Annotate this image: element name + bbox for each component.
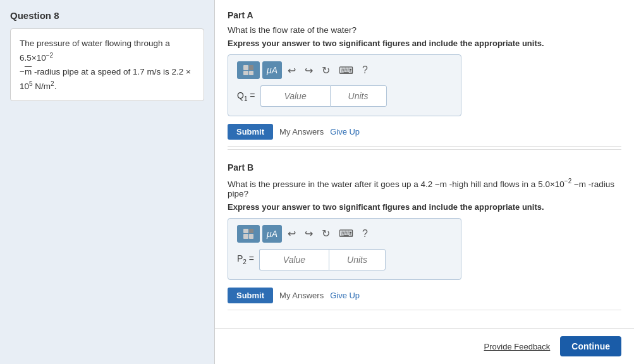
part-a-instruction: Express your answer to two significant f…: [228, 39, 621, 48]
provide-feedback-link[interactable]: Provide Feedback: [484, 342, 551, 351]
part-a-give-up-link[interactable]: Give Up: [330, 127, 360, 136]
part-b-give-up-link[interactable]: Give Up: [330, 291, 360, 300]
main-content: Part A What is the flow rate of the wate…: [215, 0, 634, 364]
part-b-instruction: Express your answer to two significant f…: [228, 202, 621, 212]
part-b-units-input[interactable]: [329, 249, 386, 270]
part-a-redo-button[interactable]: ↪: [302, 61, 316, 79]
part-a-mu-button[interactable]: μA: [262, 61, 282, 79]
part-b-keyboard-button[interactable]: ⌨: [336, 225, 357, 243]
section-divider: [228, 149, 621, 150]
part-b-redo-button[interactable]: ↪: [302, 225, 316, 243]
part-a-refresh-button[interactable]: ↻: [319, 61, 333, 79]
part-a-grid-button[interactable]: [237, 61, 260, 79]
sidebar: Question 8 The pressure of water flowing…: [0, 0, 215, 364]
part-b-grid-button[interactable]: [237, 225, 260, 243]
part-a-answer-box: μA ↩ ↪ ↻ ⌨ ? Q1 =: [228, 54, 461, 116]
part-b-toolbar: μA ↩ ↪ ↻ ⌨ ?: [237, 225, 452, 243]
part-b-mu-button[interactable]: μA: [262, 225, 282, 243]
problem-text: The pressure of water flowing through a …: [20, 39, 191, 91]
part-a-toolbar: μA ↩ ↪ ↻ ⌨ ?: [237, 61, 452, 79]
part-b-help-button[interactable]: ?: [359, 225, 371, 243]
part-a-input-row: Q1 =: [237, 85, 452, 107]
part-a-value-input[interactable]: [260, 85, 330, 107]
question-title: Question 8: [10, 10, 204, 21]
part-b-value-input[interactable]: [259, 249, 329, 270]
part-a-submit-button[interactable]: Submit: [228, 124, 273, 140]
continue-button[interactable]: Continue: [560, 336, 621, 356]
part-b-action-row: Submit My Answers Give Up: [228, 288, 621, 303]
bottom-bar: Provide Feedback Continue: [215, 328, 634, 364]
part-b-answer-box: μA ↩ ↪ ↻ ⌨ ? P2 =: [228, 218, 461, 280]
problem-statement: The pressure of water flowing through a …: [10, 28, 204, 101]
part-a-section: Part A What is the flow rate of the wate…: [228, 0, 621, 147]
part-a-eq-label: Q1 =: [237, 90, 255, 102]
part-b-question: What is the pressure in the water after …: [228, 178, 621, 198]
part-a-units-input[interactable]: [330, 85, 387, 107]
part-a-undo-button[interactable]: ↩: [284, 61, 299, 79]
part-b-refresh-button[interactable]: ↻: [319, 225, 333, 243]
part-a-help-button[interactable]: ?: [359, 61, 371, 79]
part-a-question: What is the flow rate of the water?: [228, 25, 621, 35]
part-a-my-answers-link[interactable]: My Answers: [279, 127, 324, 136]
part-b-my-answers-link[interactable]: My Answers: [279, 291, 324, 300]
part-a-action-row: Submit My Answers Give Up: [228, 124, 621, 140]
mu-icon-b: μA: [267, 229, 277, 239]
part-b-eq-label: P2 =: [237, 253, 254, 265]
part-b-submit-button[interactable]: Submit: [228, 288, 273, 303]
part-a-label: Part A: [228, 10, 621, 20]
part-b-section: Part B What is the pressure in the water…: [228, 152, 621, 310]
part-a-keyboard-button[interactable]: ⌨: [336, 61, 357, 79]
part-b-undo-button[interactable]: ↩: [284, 225, 299, 243]
mu-icon: μA: [267, 65, 277, 75]
part-b-label: Part B: [228, 162, 621, 173]
part-b-input-row: P2 =: [237, 249, 452, 270]
